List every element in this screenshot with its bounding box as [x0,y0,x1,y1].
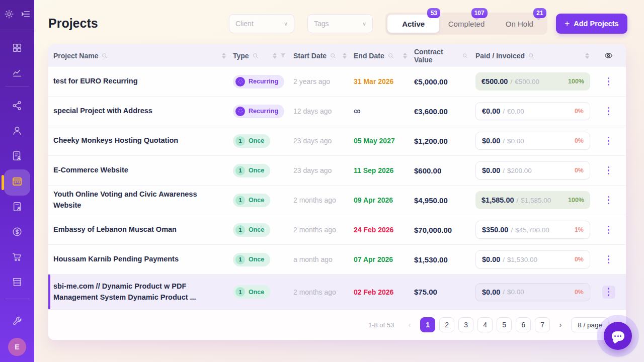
page-button[interactable]: 4 [477,317,493,332]
table-row[interactable]: Cheeky Monkeys Hosting Quotation Once 1 … [48,126,626,156]
table-row[interactable]: special Project with Address Recurring R… [48,97,626,126]
sidebar-item-proposals[interactable] [0,197,34,219]
paid-invoiced-pill[interactable]: $0.00 / $1,530.00 0% [475,250,590,268]
column-contract-value[interactable]: Contract Value [414,48,475,64]
sidebar-item-clients[interactable] [0,121,34,143]
paid-invoiced-pill[interactable]: $0.00 / $200.00 0% [475,161,590,179]
search-icon[interactable] [462,52,468,59]
prev-page-button[interactable]: ‹ [403,321,416,329]
column-paid-invoiced[interactable]: Paid / Invoiced [475,52,596,60]
sidebar-item-payments[interactable] [0,222,34,244]
search-icon[interactable] [252,52,259,59]
tags-filter-select[interactable]: Tags ∨ [307,14,373,33]
paid-invoiced-pill[interactable]: $0.00 / $0.00 0% [475,132,590,150]
column-visibility[interactable] [596,51,621,60]
sidebar-item-store[interactable] [0,272,34,294]
invoiced-amount: $0.00 [507,288,524,296]
row-menu-icon[interactable] [602,286,615,299]
page-button[interactable]: 5 [497,317,512,332]
user-avatar[interactable]: E [8,338,26,356]
project-name[interactable]: Embassy of Lebanon Muscat Oman [53,224,233,235]
sidebar-item-contracts[interactable] [0,146,34,168]
paid-invoiced-pill[interactable]: $0.00 / $0.00 0% [475,283,590,301]
project-name[interactable]: Houssam Karnib Pending Payments [53,254,233,265]
table-row[interactable]: sbi-me.com // Dynamic Product w PDF Mana… [48,275,626,309]
contract-value: $75.00 [414,288,475,296]
project-name[interactable]: special Project with Address [53,106,233,117]
column-project-name[interactable]: Project Name [53,52,233,60]
column-start-date[interactable]: Start Date [293,52,354,60]
add-projects-button[interactable]: + Add Projects [556,14,627,34]
row-menu-icon[interactable] [602,75,615,88]
sorter-icon[interactable] [222,53,226,59]
tab-active[interactable]: Active 53 [387,15,439,33]
table-row[interactable]: Youth Online Voting and Civic Awareness … [48,186,626,215]
client-filter-select[interactable]: Client ∨ [229,14,294,33]
tab-on-hold[interactable]: On Hold 21 [494,15,545,33]
column-label: Contract Value [414,48,459,64]
chevron-down-icon: ∨ [362,21,366,27]
table-row[interactable]: Embassy of Lebanon Muscat Oman Once 1 On… [48,215,626,245]
page-button[interactable]: 3 [458,317,473,332]
sidebar-item-share[interactable] [0,96,34,118]
sorter-icon[interactable] [343,53,347,59]
row-menu-icon[interactable] [602,105,615,118]
search-icon[interactable] [101,52,108,59]
project-name[interactable]: Youth Online Voting and Civic Awareness … [53,189,233,211]
sorter-icon[interactable] [273,53,277,59]
page-button[interactable]: 7 [535,317,550,332]
count-badge: 21 [533,8,546,18]
settings-icon[interactable] [4,9,14,21]
sidebar-item-tools[interactable] [0,311,34,333]
contract-value: $70,000.00 [414,226,475,234]
project-name[interactable]: Cheeky Monkeys Hosting Quotation [53,135,233,146]
sidebar-top [0,0,34,30]
paid-invoiced-pill[interactable]: €0.00 / €0.00 0% [475,102,590,120]
tab-label: Active [402,20,425,28]
sidebar-item-dashboard[interactable] [0,38,34,60]
filter-icon[interactable] [280,52,286,59]
column-label: Project Name [53,52,98,60]
search-icon[interactable] [528,52,535,59]
column-end-date[interactable]: End Date [354,52,414,60]
eye-icon[interactable] [604,51,613,60]
row-menu-icon[interactable] [602,134,615,147]
row-menu-icon[interactable] [602,194,615,207]
paid-cell: $0.00 / $1,530.00 0% [475,250,596,268]
page-button[interactable]: 2 [439,317,454,332]
row-menu-icon[interactable] [602,164,615,177]
paid-cell: $0.00 / $200.00 0% [475,161,596,179]
row-menu-icon[interactable] [602,253,615,266]
row-menu-icon[interactable] [602,223,615,236]
sorter-icon[interactable] [585,53,589,59]
menu-unfold-icon[interactable] [21,9,31,21]
page-button[interactable]: 6 [516,317,531,332]
paid-invoiced-pill[interactable]: $1,585.00 / $1,585.00 100% [475,191,590,209]
sidebar-item-projects-active[interactable] [4,169,30,196]
table-row[interactable]: test for EURO Recurring Recurring Recurr… [48,67,626,97]
table-row[interactable]: E-Commerce Website Once 1 Once 23 days a… [48,156,626,186]
start-date: 23 days ago [293,166,354,174]
paid-percent: 0% [575,256,584,263]
table-row[interactable]: Houssam Karnib Pending Payments Once 1 O… [48,245,626,275]
sidebar-item-analytics[interactable] [0,63,34,85]
column-type[interactable]: Type [233,52,293,60]
sidebar-item-cart[interactable] [0,247,34,269]
project-name[interactable]: E-Commerce Website [53,165,233,176]
paid-invoiced-pill[interactable]: $350.00 / $45,700.00 1% [475,221,590,239]
store-icon [12,277,23,290]
invoiced-amount: €0.00 [507,108,524,115]
chat-widget-button[interactable] [604,322,632,350]
next-page-button[interactable]: › [554,321,567,329]
sorter-icon[interactable] [403,53,407,59]
count-badge: 53 [427,8,440,18]
type-cell: Once 1 Once [233,285,293,299]
project-name[interactable]: test for EURO Recurring [53,76,233,87]
page-button[interactable]: 1 [420,317,435,332]
kanban-board-icon [11,175,23,190]
project-name[interactable]: sbi-me.com // Dynamic Product w PDF Mana… [53,281,233,303]
tab-completed[interactable]: Completed 107 [440,15,492,33]
search-icon[interactable] [330,52,337,59]
paid-invoiced-pill[interactable]: €500.00 / €500.00 100% [475,72,590,90]
search-icon[interactable] [387,52,394,59]
